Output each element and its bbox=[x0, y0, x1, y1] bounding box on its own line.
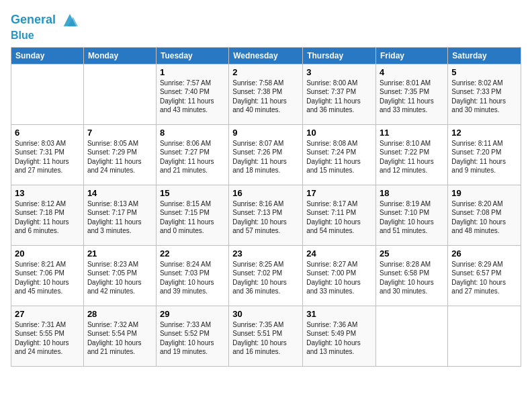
daylight: Daylight: 10 hours and 24 minutes. bbox=[15, 338, 80, 357]
daylight: Daylight: 11 hours and 12 minutes. bbox=[380, 157, 444, 175]
daylight: Daylight: 10 hours and 48 minutes. bbox=[451, 218, 517, 236]
daylight: Daylight: 11 hours and 9 minutes. bbox=[451, 157, 517, 175]
calendar-cell: 12 Sunrise: 8:11 AM Sunset: 7:20 PM Dayl… bbox=[448, 124, 521, 185]
cell-info: Sunrise: 8:03 AM Sunset: 7:31 PM Dayligh… bbox=[15, 139, 80, 175]
cell-info: Sunrise: 8:08 AM Sunset: 7:24 PM Dayligh… bbox=[306, 139, 372, 175]
day-number: 6 bbox=[15, 128, 80, 138]
calendar-cell: 17 Sunrise: 8:17 AM Sunset: 7:11 PM Dayl… bbox=[303, 185, 376, 245]
sunset: Sunset: 7:38 PM bbox=[232, 87, 299, 97]
sunset: Sunset: 7:40 PM bbox=[160, 87, 225, 97]
daylight: Daylight: 10 hours and 30 minutes. bbox=[380, 278, 444, 296]
sunset: Sunset: 7:10 PM bbox=[380, 208, 444, 218]
daylight: Daylight: 11 hours and 6 minutes. bbox=[15, 218, 80, 236]
sunset: Sunset: 5:55 PM bbox=[15, 329, 80, 338]
calendar-cell: 4 Sunrise: 8:01 AM Sunset: 7:35 PM Dayli… bbox=[376, 64, 448, 124]
day-number: 4 bbox=[380, 67, 444, 77]
sunrise: Sunrise: 7:32 AM bbox=[87, 320, 152, 330]
daylight: Daylight: 11 hours and 18 minutes. bbox=[232, 157, 299, 175]
sunrise: Sunrise: 7:36 AM bbox=[306, 320, 372, 330]
daylight: Daylight: 10 hours and 19 minutes. bbox=[160, 338, 225, 357]
daylight: Daylight: 11 hours and 33 minutes. bbox=[380, 97, 444, 115]
weekday-header-sunday: Sunday bbox=[11, 47, 84, 64]
sunrise: Sunrise: 8:25 AM bbox=[232, 260, 299, 269]
day-number: 15 bbox=[160, 188, 225, 198]
calendar-cell bbox=[11, 64, 84, 124]
calendar-cell: 7 Sunrise: 8:05 AM Sunset: 7:29 PM Dayli… bbox=[83, 124, 156, 185]
sunrise: Sunrise: 8:21 AM bbox=[15, 260, 80, 269]
sunrise: Sunrise: 8:11 AM bbox=[451, 139, 517, 148]
cell-info: Sunrise: 7:33 AM Sunset: 5:52 PM Dayligh… bbox=[160, 320, 225, 357]
cell-info: Sunrise: 8:15 AM Sunset: 7:15 PM Dayligh… bbox=[160, 199, 225, 236]
sunrise: Sunrise: 8:29 AM bbox=[451, 260, 517, 269]
cell-info: Sunrise: 7:36 AM Sunset: 5:49 PM Dayligh… bbox=[306, 320, 372, 357]
daylight: Daylight: 10 hours and 27 minutes. bbox=[451, 278, 517, 296]
cell-info: Sunrise: 8:29 AM Sunset: 6:57 PM Dayligh… bbox=[451, 260, 517, 296]
cell-info: Sunrise: 8:11 AM Sunset: 7:20 PM Dayligh… bbox=[451, 139, 517, 175]
daylight: Daylight: 10 hours and 36 minutes. bbox=[232, 278, 299, 296]
cell-info: Sunrise: 7:35 AM Sunset: 5:51 PM Dayligh… bbox=[232, 320, 299, 357]
sunset: Sunset: 5:52 PM bbox=[160, 329, 225, 338]
sunset: Sunset: 7:05 PM bbox=[87, 269, 152, 278]
day-number: 23 bbox=[232, 248, 299, 259]
daylight: Daylight: 11 hours and 0 minutes. bbox=[160, 218, 225, 236]
calendar-cell: 15 Sunrise: 8:15 AM Sunset: 7:15 PM Dayl… bbox=[156, 185, 228, 245]
sunrise: Sunrise: 8:28 AM bbox=[380, 260, 444, 269]
calendar-cell: 28 Sunrise: 7:32 AM Sunset: 5:54 PM Dayl… bbox=[83, 306, 156, 366]
weekday-header-thursday: Thursday bbox=[303, 47, 376, 64]
daylight: Daylight: 11 hours and 40 minutes. bbox=[232, 97, 299, 115]
daylight: Daylight: 10 hours and 51 minutes. bbox=[380, 218, 444, 236]
sunrise: Sunrise: 8:12 AM bbox=[15, 199, 80, 209]
calendar-cell: 6 Sunrise: 8:03 AM Sunset: 7:31 PM Dayli… bbox=[11, 124, 84, 185]
weekday-header-monday: Monday bbox=[83, 47, 156, 64]
cell-info: Sunrise: 8:01 AM Sunset: 7:35 PM Dayligh… bbox=[380, 79, 444, 115]
sunrise: Sunrise: 8:10 AM bbox=[380, 139, 444, 148]
sunrise: Sunrise: 8:06 AM bbox=[160, 139, 225, 148]
day-number: 21 bbox=[87, 248, 152, 259]
cell-info: Sunrise: 8:00 AM Sunset: 7:37 PM Dayligh… bbox=[306, 79, 372, 115]
daylight: Daylight: 10 hours and 57 minutes. bbox=[232, 218, 299, 236]
page-header: General Blue bbox=[11, 11, 521, 42]
sunrise: Sunrise: 8:20 AM bbox=[451, 199, 517, 209]
day-number: 19 bbox=[451, 188, 517, 198]
cell-info: Sunrise: 8:12 AM Sunset: 7:18 PM Dayligh… bbox=[15, 199, 80, 236]
day-number: 9 bbox=[232, 128, 299, 138]
sunrise: Sunrise: 8:13 AM bbox=[87, 199, 152, 209]
calendar-cell: 20 Sunrise: 8:21 AM Sunset: 7:06 PM Dayl… bbox=[11, 245, 84, 306]
calendar-cell: 8 Sunrise: 8:06 AM Sunset: 7:27 PM Dayli… bbox=[156, 124, 228, 185]
day-number: 14 bbox=[87, 188, 152, 198]
calendar-cell: 23 Sunrise: 8:25 AM Sunset: 7:02 PM Dayl… bbox=[229, 245, 303, 306]
daylight: Daylight: 10 hours and 42 minutes. bbox=[87, 278, 152, 296]
sunset: Sunset: 7:00 PM bbox=[306, 269, 372, 278]
calendar-cell: 31 Sunrise: 7:36 AM Sunset: 5:49 PM Dayl… bbox=[303, 306, 376, 366]
sunrise: Sunrise: 8:27 AM bbox=[306, 260, 372, 269]
cell-info: Sunrise: 7:32 AM Sunset: 5:54 PM Dayligh… bbox=[87, 320, 152, 357]
sunrise: Sunrise: 8:19 AM bbox=[380, 199, 444, 209]
sunrise: Sunrise: 7:57 AM bbox=[160, 79, 225, 88]
sunset: Sunset: 7:35 PM bbox=[380, 87, 444, 97]
calendar-cell: 3 Sunrise: 8:00 AM Sunset: 7:37 PM Dayli… bbox=[303, 64, 376, 124]
day-number: 24 bbox=[306, 248, 372, 259]
sunset: Sunset: 7:20 PM bbox=[451, 148, 517, 157]
calendar-cell: 24 Sunrise: 8:27 AM Sunset: 7:00 PM Dayl… bbox=[303, 245, 376, 306]
weekday-header-saturday: Saturday bbox=[448, 47, 521, 64]
daylight: Daylight: 10 hours and 33 minutes. bbox=[306, 278, 372, 296]
day-number: 18 bbox=[380, 188, 444, 198]
calendar-cell: 16 Sunrise: 8:16 AM Sunset: 7:13 PM Dayl… bbox=[229, 185, 303, 245]
calendar-cell: 11 Sunrise: 8:10 AM Sunset: 7:22 PM Dayl… bbox=[376, 124, 448, 185]
day-number: 12 bbox=[451, 128, 517, 138]
calendar-cell: 5 Sunrise: 8:02 AM Sunset: 7:33 PM Dayli… bbox=[448, 64, 521, 124]
sunrise: Sunrise: 8:24 AM bbox=[160, 260, 225, 269]
sunrise: Sunrise: 8:08 AM bbox=[306, 139, 372, 148]
day-number: 30 bbox=[232, 309, 299, 319]
calendar-cell: 22 Sunrise: 8:24 AM Sunset: 7:03 PM Dayl… bbox=[156, 245, 228, 306]
calendar-cell bbox=[83, 64, 156, 124]
day-number: 5 bbox=[451, 67, 517, 77]
calendar-cell: 9 Sunrise: 8:07 AM Sunset: 7:26 PM Dayli… bbox=[229, 124, 303, 185]
sunrise: Sunrise: 8:02 AM bbox=[451, 79, 517, 88]
sunset: Sunset: 7:15 PM bbox=[160, 208, 225, 218]
sunrise: Sunrise: 7:33 AM bbox=[160, 320, 225, 330]
sunset: Sunset: 6:57 PM bbox=[451, 269, 517, 278]
calendar-cell: 1 Sunrise: 7:57 AM Sunset: 7:40 PM Dayli… bbox=[156, 64, 228, 124]
cell-info: Sunrise: 8:28 AM Sunset: 6:58 PM Dayligh… bbox=[380, 260, 444, 296]
day-number: 11 bbox=[380, 128, 444, 138]
